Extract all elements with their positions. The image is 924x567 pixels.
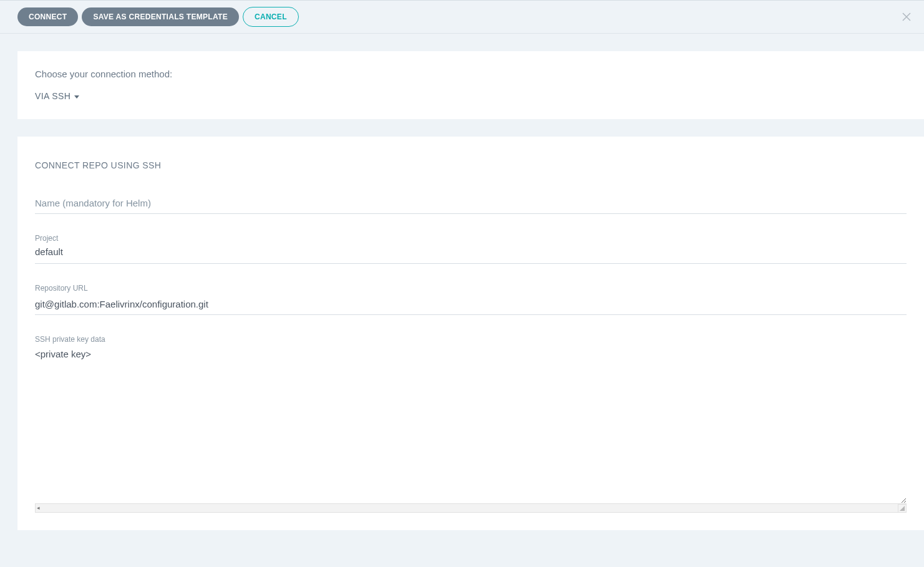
ssh-key-field-group: SSH private key data ◂ ▸ <box>35 335 907 513</box>
connect-button[interactable]: CONNECT <box>17 7 78 26</box>
project-label: Project <box>35 234 907 243</box>
repo-url-input[interactable] <box>35 296 907 315</box>
panel-content: Choose your connection method: VIA SSH C… <box>0 51 924 530</box>
cancel-button[interactable]: CANCEL <box>243 7 299 27</box>
textarea-horizontal-scrollbar[interactable]: ◂ ▸ <box>35 503 907 513</box>
scroll-left-arrow-icon: ◂ <box>37 505 40 511</box>
repo-url-field-group: Repository URL <box>35 284 907 315</box>
ssh-key-textarea[interactable] <box>35 347 907 503</box>
connection-method-dropdown[interactable]: VIA SSH <box>35 91 79 101</box>
repo-url-label: Repository URL <box>35 284 907 293</box>
textarea-resize-handle[interactable] <box>898 504 907 513</box>
connection-method-selected: VIA SSH <box>35 91 71 101</box>
name-input[interactable] <box>35 195 907 214</box>
ssh-key-label: SSH private key data <box>35 335 907 344</box>
connect-repo-form-card: CONNECT REPO USING SSH Project default R… <box>17 137 924 530</box>
close-icon[interactable] <box>900 11 913 23</box>
form-section-title: CONNECT REPO USING SSH <box>35 160 907 170</box>
panel-header: CONNECT SAVE AS CREDENTIALS TEMPLATE CAN… <box>0 1 924 34</box>
slide-panel: CONNECT SAVE AS CREDENTIALS TEMPLATE CAN… <box>0 0 924 567</box>
name-field-group <box>35 195 907 214</box>
project-select[interactable]: default <box>35 246 907 257</box>
connection-method-prompt: Choose your connection method: <box>35 69 907 79</box>
project-field-group: Project default <box>35 234 907 264</box>
caret-down-icon <box>74 95 79 99</box>
save-credentials-template-button[interactable]: SAVE AS CREDENTIALS TEMPLATE <box>82 7 239 26</box>
connection-method-card: Choose your connection method: VIA SSH <box>17 51 924 119</box>
